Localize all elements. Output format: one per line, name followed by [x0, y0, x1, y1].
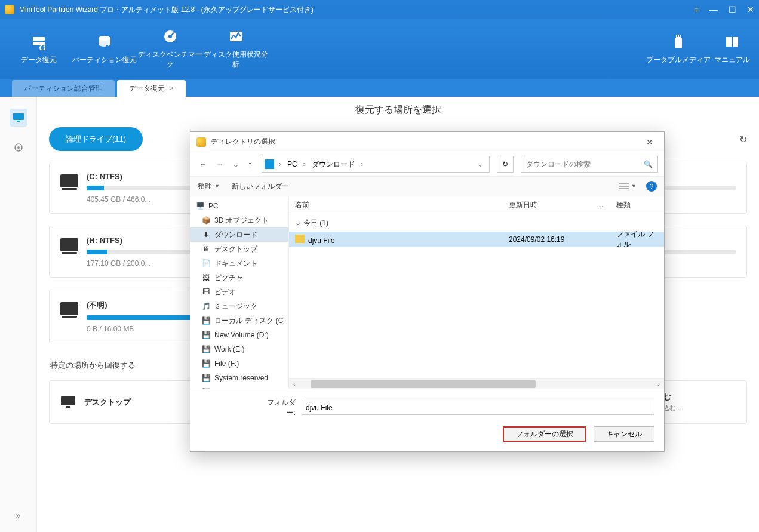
chevron-right-icon[interactable]: ›	[278, 160, 282, 168]
group-today[interactable]: ⌄今日 (1)	[289, 214, 664, 232]
tree-item-label: ミュージック	[214, 302, 257, 312]
tree-item[interactable]: 💾System reserved	[190, 371, 288, 385]
svg-rect-1	[33, 42, 45, 45]
disk-icon: 💾	[201, 331, 211, 339]
scroll-left-icon[interactable]: ‹	[289, 380, 300, 388]
svg-rect-13	[17, 121, 20, 122]
file-row[interactable]: djvu File 2024/09/02 16:19 ファイル フォル	[289, 232, 664, 247]
tree-item[interactable]: 🖥️PC	[190, 199, 288, 213]
scroll-right-icon[interactable]: ›	[653, 380, 664, 388]
crumb-pc[interactable]: PC	[284, 159, 301, 170]
nav-forward-icon: →	[213, 157, 226, 171]
tab-bar: パーティション総合管理 データ復元 ×	[0, 79, 759, 97]
scrollbar-thumb[interactable]	[311, 380, 536, 388]
tree-item[interactable]: 🎵ミュージック	[190, 299, 288, 313]
help-icon[interactable]: ?	[646, 181, 657, 192]
window-title: MiniTool Partition Wizard プロ・アルティメット版 12…	[19, 5, 694, 15]
svg-rect-16	[61, 396, 75, 405]
select-folder-button[interactable]: フォルダーの選択	[503, 426, 586, 442]
svg-rect-12	[13, 113, 24, 120]
drive-icon	[60, 174, 78, 187]
close-button[interactable]: ✕	[747, 5, 754, 14]
tree-item[interactable]: 📦3D オブジェクト	[190, 213, 288, 227]
folder-input[interactable]	[302, 401, 654, 415]
refresh-icon[interactable]: ↻	[739, 134, 747, 145]
tree-item[interactable]: ⬇ダウンロード	[190, 227, 288, 242]
ribbon-label: ディスク使用状況分析	[203, 50, 269, 70]
ribbon-data-recovery[interactable]: データ復元	[6, 25, 72, 73]
sidebar-monitor-icon[interactable]	[10, 109, 27, 127]
cancel-button[interactable]: キャンセル	[594, 426, 654, 442]
tree-item-label: デスクトップ	[214, 244, 257, 254]
tree-item[interactable]: 💾File (F:)	[190, 356, 288, 371]
column-name[interactable]: 名前	[289, 200, 503, 210]
svg-rect-17	[66, 406, 70, 408]
titlebar: MiniTool Partition Wizard プロ・アルティメット版 12…	[0, 0, 759, 19]
partition-recovery-icon	[96, 33, 113, 50]
sidebar-expand-icon[interactable]: »	[16, 511, 21, 520]
sort-desc-icon: ⌄	[600, 202, 604, 208]
column-date[interactable]: 更新日時⌄	[503, 200, 610, 210]
disk-icon: 💾	[201, 345, 211, 353]
chevron-right-icon[interactable]: ›	[302, 160, 307, 168]
crumb-dropdown-icon[interactable]: ⌄	[474, 160, 487, 168]
disk-icon: 💾	[201, 374, 211, 382]
tab-data-recovery[interactable]: データ復元 ×	[117, 80, 186, 97]
ribbon-disk-usage[interactable]: ディスク使用状況分析	[203, 25, 269, 73]
disk-icon: 💾	[201, 316, 211, 325]
nav-refresh-icon[interactable]: ↻	[497, 156, 514, 173]
tree-item[interactable]: 🖥デスクトップ	[190, 242, 288, 256]
horizontal-scrollbar[interactable]: ‹ ›	[289, 378, 664, 389]
tree-item[interactable]: 🖼ピクチャ	[190, 270, 288, 285]
search-input[interactable]	[526, 160, 644, 168]
tree-item-label: File (F:)	[214, 359, 239, 368]
chevron-right-icon[interactable]: ›	[359, 160, 364, 168]
logical-drives-button[interactable]: 論理ドライブ(11)	[49, 127, 143, 151]
drive-icon	[60, 302, 78, 315]
column-headers: 名前 更新日時⌄ 種類	[289, 196, 664, 214]
nav-up-icon[interactable]: ↑	[245, 157, 254, 171]
benchmark-icon	[162, 28, 179, 45]
tab-partition-management[interactable]: パーティション総合管理	[12, 80, 115, 97]
organize-menu[interactable]: 整理▼	[198, 182, 220, 192]
vid-icon: 🎞	[201, 288, 211, 296]
breadcrumb[interactable]: › PC › ダウンロード › ⌄	[262, 156, 490, 173]
tree-item-label: ピクチャ	[214, 273, 243, 283]
tab-label: データ復元	[129, 84, 165, 94]
disk-usage-icon	[228, 28, 244, 45]
ribbon-benchmark[interactable]: ディスクベンチマーク	[137, 25, 203, 73]
folder-tree[interactable]: 🖥️PC📦3D オブジェクト⬇ダウンロード🖥デスクトップ📄ドキュメント🖼ピクチャ…	[190, 196, 289, 389]
tree-item-label: PC	[208, 202, 219, 210]
dialog-title: ディレクトリの選択	[211, 137, 641, 147]
tree-item[interactable]: 💾Work (E:)	[190, 342, 288, 356]
file-date: 2024/09/02 16:19	[503, 235, 610, 244]
dialog-nav: ← → ⌄ ↑ › PC › ダウンロード › ⌄ ↻ 🔍	[190, 152, 664, 176]
tree-item[interactable]: 💾ローカル ディスク (C	[190, 313, 288, 328]
ribbon-manual[interactable]: マニュアル	[711, 25, 753, 73]
nav-back-icon[interactable]: ←	[196, 157, 210, 171]
search-box[interactable]: 🔍	[521, 156, 658, 173]
maximize-button[interactable]: ☐	[729, 5, 736, 14]
new-folder-button[interactable]: 新しいフォルダー	[232, 182, 289, 192]
crumb-downloads[interactable]: ダウンロード	[308, 158, 358, 171]
tree-item[interactable]: 🎞ビデオ	[190, 285, 288, 299]
svg-rect-0	[33, 37, 45, 41]
usb-icon	[670, 33, 687, 50]
folder-dialog: ディレクトリの選択 ✕ ← → ⌄ ↑ › PC › ダウンロード › ⌄ ↻ …	[190, 131, 665, 452]
ribbon-bootable-media[interactable]: ブータブルメディア	[646, 25, 711, 73]
minimize-button[interactable]: —	[709, 5, 718, 14]
pic-icon: 🖼	[201, 273, 211, 282]
dialog-close-icon[interactable]: ✕	[641, 135, 658, 149]
ribbon-toolbar: データ復元 パーティション復元 ディスクベンチマーク ディスク使用状況分析 ブー…	[0, 19, 759, 79]
column-type[interactable]: 種類	[610, 200, 664, 210]
menu-icon[interactable]: ≡	[694, 5, 699, 14]
tree-item[interactable]: 📄ドキュメント	[190, 256, 288, 270]
tab-close-icon[interactable]: ×	[170, 84, 174, 93]
tree-item[interactable]: 💾New Volume (D:)	[190, 328, 288, 342]
ribbon-label: データ復元	[21, 55, 57, 65]
sidebar-settings-icon[interactable]	[10, 139, 27, 156]
nav-recent-icon[interactable]: ⌄	[230, 157, 242, 171]
file-name: djvu File	[308, 236, 335, 245]
ribbon-partition-recovery[interactable]: パーティション復元	[72, 25, 137, 73]
view-menu[interactable]: ▼	[619, 183, 637, 190]
